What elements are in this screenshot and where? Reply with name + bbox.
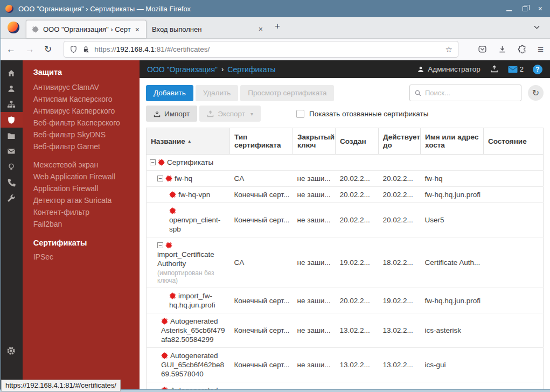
cert-name: fw-hq-vpn (178, 191, 210, 199)
sidebar-item-webfilter-kaspersky[interactable]: Веб-фильтр Касперского (33, 117, 135, 129)
rail-mail-icon[interactable] (0, 143, 23, 159)
sidebar-item-certificates-active[interactable]: Сертификаты (33, 237, 135, 249)
add-button[interactable]: Добавить (146, 85, 193, 101)
search-box[interactable] (409, 85, 521, 101)
sidebar-item-clamav[interactable]: Антивирус ClamAV (33, 81, 135, 93)
certificate-seal-icon (169, 292, 176, 299)
help-button[interactable]: ? (533, 65, 542, 74)
import-download-icon (154, 110, 161, 117)
tab-close-icon[interactable]: × (134, 25, 141, 34)
cert-note: (импортирован без ключа) (157, 269, 226, 284)
rail-security-shield-icon[interactable] (0, 112, 23, 128)
breadcrumb-separator: › (221, 65, 224, 73)
tab-bar: ООО "Организация" › Серт × Вход выполнен… (0, 17, 550, 39)
sidebar-section-title: Защита (33, 66, 135, 78)
toolbar-row-1: Добавить Удалить Просмотр сертификата ↻ (146, 85, 544, 101)
show-revoked-option[interactable]: Показать отозванные сертификаты (296, 110, 428, 118)
sidebar-item-webfilter-garnet[interactable]: Веб-фильтр Garnet (33, 141, 135, 152)
collapse-expander-icon[interactable]: − (150, 159, 156, 165)
rail-telephony-phone-icon[interactable] (0, 174, 23, 190)
bookmark-star-icon[interactable]: ☆ (445, 45, 452, 54)
pocket-icon[interactable] (478, 45, 487, 54)
table-row-import-ca[interactable]: −import_Certificate Authority(импортиров… (147, 237, 544, 288)
sidebar-item-content-filter[interactable]: Контент-фильтр (33, 206, 135, 218)
url-path: :81/#/certificates/ (155, 45, 210, 53)
close-button[interactable]: × (538, 5, 542, 12)
refresh-button[interactable]: ↻ (528, 85, 544, 101)
minimize-button[interactable] (506, 10, 512, 11)
rail-lightbulb-icon[interactable] (0, 159, 23, 174)
new-tab-button[interactable]: + (275, 21, 280, 32)
table-row-import-fw-hq[interactable]: import_fw-hq.hq.jun.profi Конечный серт.… (147, 288, 544, 313)
column-header-state[interactable]: Состояние (484, 128, 544, 155)
extensions-puzzle-icon[interactable] (518, 45, 527, 54)
column-header-created[interactable]: Создан (336, 128, 379, 155)
menu-hamburger-icon[interactable]: ≡ (538, 44, 544, 54)
tracking-shield-icon[interactable] (69, 45, 78, 53)
mail-notifications[interactable]: 2 (508, 65, 524, 73)
restore-button[interactable] (523, 6, 527, 11)
collapse-expander-icon[interactable]: − (157, 242, 163, 248)
collapse-expander-icon[interactable]: − (157, 176, 163, 181)
column-header-key[interactable]: Закрытый ключ (293, 128, 336, 155)
table-row-autogen-gui[interactable]: Autogenerated GUI_65cb6f462be869.5957804… (147, 348, 544, 382)
view-certificate-button[interactable]: Просмотр сертификата (240, 85, 334, 101)
sidebar-item-webfilter-skydns[interactable]: Веб-фильтр SkyDNS (33, 129, 135, 141)
rail-home-icon[interactable] (0, 65, 23, 81)
cert-name: import_Certificate Authority (157, 250, 214, 268)
table-header-row: Название▲ Тип сертификата Закрытый ключ … (147, 128, 544, 155)
mail-envelope-icon (508, 66, 518, 73)
table-row-fw-hq[interactable]: −fw-hq CAне заши...20.02.2...20.02.2...f… (147, 171, 544, 187)
search-input[interactable] (425, 89, 517, 97)
sidebar-item-fail2ban[interactable]: Fail2ban (33, 218, 135, 230)
rail-tools-wrench-icon[interactable] (0, 190, 23, 206)
show-revoked-checkbox[interactable] (296, 110, 304, 118)
forward-button[interactable]: → (25, 45, 34, 54)
table-row-root[interactable]: −Сертификаты (147, 155, 544, 171)
tab-close-icon[interactable]: × (257, 25, 264, 33)
tab-favicon-seal-icon (32, 26, 39, 33)
tab-login[interactable]: Вход выполнен × (147, 20, 269, 38)
rail-users-icon[interactable] (0, 81, 23, 96)
current-user[interactable]: Администратор (417, 65, 480, 73)
column-header-expires[interactable]: Действует до (379, 128, 421, 155)
sidebar-item-ipsec[interactable]: IPSec (33, 251, 135, 263)
reload-button[interactable]: ↻ (44, 45, 52, 54)
import-button[interactable]: Импорт (146, 106, 197, 122)
sidebar-item-antispam-kaspersky[interactable]: Антиспам Касперского (33, 93, 135, 105)
delete-button[interactable]: Удалить (196, 85, 239, 101)
show-revoked-label: Показать отозванные сертификаты (309, 110, 428, 118)
rail-settings-gear-icon[interactable] (0, 343, 23, 359)
cert-name: fw-hq (175, 174, 192, 183)
sidebar-item-waf[interactable]: Web Application Firewall (33, 171, 135, 183)
rail-files-folder-icon[interactable] (0, 128, 23, 143)
column-header-host[interactable]: Имя или адрес хоста (421, 128, 484, 155)
insecure-lock-icon[interactable] (82, 45, 90, 53)
cert-name: Сертификаты (167, 158, 213, 166)
sidebar-item-antivirus-kaspersky[interactable]: Антивирус Касперского (33, 105, 135, 117)
table-row-openvpn-client-spb[interactable]: openvpn_client-spb Конечный серт...не за… (147, 203, 544, 237)
breadcrumb-org[interactable]: ООО "Организация" (147, 65, 218, 74)
column-header-type[interactable]: Тип сертификата (230, 128, 293, 155)
back-button[interactable]: ← (6, 45, 16, 54)
sidebar-item-application-firewall[interactable]: Application Firewall (33, 183, 135, 194)
tab-certificates[interactable]: ООО "Организация" › Серт × (26, 20, 147, 38)
firefox-logo-icon[interactable] (8, 22, 19, 33)
mail-count-badge: 2 (520, 65, 524, 73)
export-upload-icon (207, 110, 214, 117)
toolbar-row-2: Импорт Экспорт ▾ Показать отозванные сер… (146, 106, 544, 122)
sidebar-item-suricata[interactable]: Детектор атак Suricata (33, 194, 135, 206)
table-row-fw-hq-vpn[interactable]: fw-hq-vpn Конечный серт...не заши...20.0… (147, 187, 544, 203)
sidebar-item-firewall[interactable]: Межсетевой экран (33, 159, 135, 171)
window-titlebar: ООО "Организация" › Сертификаты — Mozill… (0, 0, 550, 17)
downloads-icon[interactable] (498, 45, 507, 54)
import-label: Импорт (164, 110, 190, 118)
upload-icon[interactable] (490, 65, 499, 74)
rail-network-sitemap-icon[interactable] (0, 96, 23, 112)
url-bar[interactable]: https://192.168.4.1:81/#/certificates/ ☆ (64, 41, 458, 58)
sort-asc-icon: ▲ (187, 139, 192, 144)
table-row-autogen-asterisk[interactable]: Autogenerated Asterisk_65cb6f479afa82.50… (147, 313, 544, 348)
tab-overflow-chevron-icon[interactable] (533, 24, 540, 31)
export-button[interactable]: Экспорт ▾ (199, 106, 261, 122)
column-header-name[interactable]: Название▲ (147, 128, 230, 155)
